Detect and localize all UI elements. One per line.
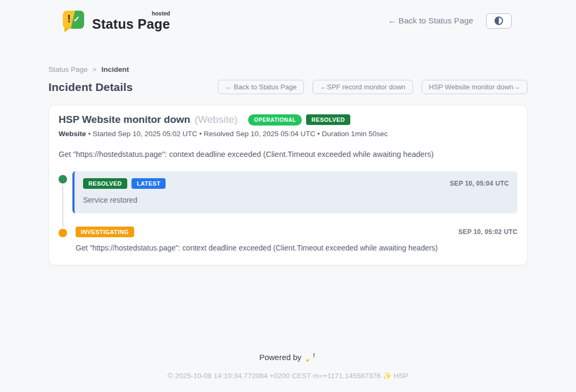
theme-toggle-button[interactable] <box>486 13 512 29</box>
back-to-status-page-link[interactable]: ← Back to Status Page <box>388 16 473 26</box>
incident-timeline: RESOLVED LATEST SEP 10, 05:04 UTC Servic… <box>59 171 517 252</box>
logo-bubble: ! ✓ <box>63 11 84 29</box>
incident-description: Get "https://hostedstatus.page": context… <box>59 150 517 159</box>
powered-by-label: Powered by <box>259 353 301 362</box>
timeline-entry-body: INVESTIGATING SEP 10, 05:02 UTC Get "htt… <box>72 225 517 252</box>
exclamation-icon: ! <box>67 12 71 25</box>
breadcrumb-status-page[interactable]: Status Page <box>48 65 88 73</box>
incident-card: HSP Website monitor down (Website) OPERA… <box>48 105 528 265</box>
next-incident-button[interactable]: HSP Website monitor down→ <box>422 80 528 94</box>
incident-title-row: HSP Website monitor down (Website) OPERA… <box>59 114 517 126</box>
contrast-icon <box>495 16 503 25</box>
footer-status-page-logo-icon[interactable]: ! ✓ <box>306 352 317 362</box>
resolved-badge: RESOLVED <box>306 114 350 125</box>
logo-bubble-tail <box>64 28 70 32</box>
timeline-message: Service restored <box>83 196 509 204</box>
logo-bubble-tail <box>307 360 310 362</box>
checkmark-icon: ✓ <box>73 14 80 24</box>
timeline-dot-resolved <box>59 175 67 184</box>
timeline-dot-investigating <box>59 229 67 237</box>
resolved-status-badge: RESOLVED <box>83 178 127 189</box>
status-page-logo-icon: ! ✓ <box>63 11 85 32</box>
brand-text: hosted Status Page <box>92 10 170 32</box>
timeline-timestamp: SEP 10, 05:02 UTC <box>458 228 517 236</box>
incident-meta: • Started Sep 10, 2025 05:02 UTC • Resol… <box>88 130 388 138</box>
incident-nav-buttons: ← Back to Status Page ←SPF record monito… <box>218 80 528 94</box>
incident-meta-line: Website• Started Sep 10, 2025 05:02 UTC … <box>59 130 517 138</box>
timeline-entry-header: INVESTIGATING SEP 10, 05:02 UTC <box>76 227 517 237</box>
breadcrumb-incident: Incident <box>101 65 129 73</box>
breadcrumb: Status Page > Incident <box>48 65 528 73</box>
copyright-line: © 2025-10-08 14:10:34.772084 +0200 CEST … <box>0 371 576 380</box>
timeline-entry-resolved: RESOLVED LATEST SEP 10, 05:04 UTC Servic… <box>59 171 517 213</box>
brand-superscript: hosted <box>152 10 170 16</box>
breadcrumb-separator: > <box>93 65 97 73</box>
main-content: Status Page > Incident Incident Details … <box>48 65 528 265</box>
latest-badge: LATEST <box>131 178 166 189</box>
footer: Powered by ! ✓ © 2025-10-08 14:10:34.772… <box>0 352 576 380</box>
timeline-entry-body: RESOLVED LATEST SEP 10, 05:04 UTC Servic… <box>72 171 517 213</box>
timeline-timestamp: SEP 10, 05:04 UTC <box>450 180 509 187</box>
incident-title: HSP Website monitor down <box>59 114 190 126</box>
page-title: Incident Details <box>48 81 133 94</box>
investigating-badge: INVESTIGATING <box>76 227 134 237</box>
incident-subtitle: (Website) <box>194 114 237 126</box>
timeline-entry-investigating: INVESTIGATING SEP 10, 05:02 UTC Get "htt… <box>59 225 517 252</box>
monitor-name: Website <box>59 130 86 138</box>
timeline-entry-header: RESOLVED LATEST SEP 10, 05:04 UTC <box>83 178 509 189</box>
header-right: ← Back to Status Page <box>388 13 512 29</box>
header: ! ✓ hosted Status Page ← Back to Status … <box>0 0 576 33</box>
operational-badge: OPERATIONAL <box>248 114 302 126</box>
timeline-message: Get "https://hostedstatus.page": context… <box>76 244 517 252</box>
brand-name: Status Page <box>92 16 170 31</box>
title-row: Incident Details ← Back to Status Page ←… <box>48 80 528 94</box>
powered-by: Powered by ! ✓ <box>0 352 576 362</box>
previous-incident-button[interactable]: ←SPF record monitor down <box>312 80 413 94</box>
back-to-status-page-button[interactable]: ← Back to Status Page <box>218 80 304 94</box>
brand-logo[interactable]: ! ✓ hosted Status Page <box>63 10 170 32</box>
